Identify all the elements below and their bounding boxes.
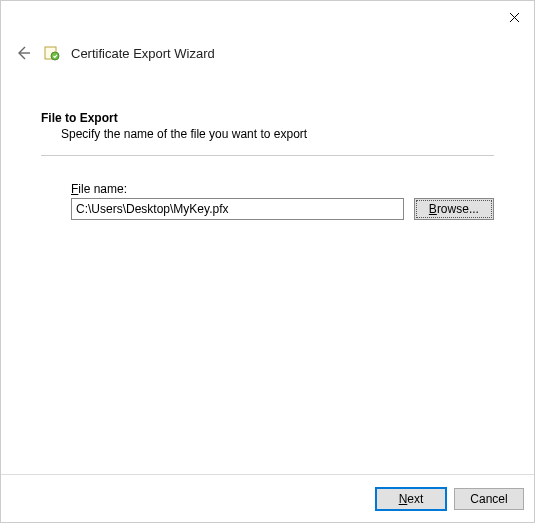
wizard-content: File to Export Specify the name of the f…: [1, 69, 534, 220]
divider: [41, 155, 494, 156]
close-icon: [509, 12, 520, 23]
wizard-header: Certificate Export Wizard: [1, 33, 534, 69]
page-subtitle: Specify the name of the file you want to…: [41, 127, 494, 141]
close-button[interactable]: [502, 5, 526, 29]
wizard-title: Certificate Export Wizard: [71, 46, 215, 61]
page-heading: File to Export: [41, 111, 494, 125]
file-field-block: File name: Browse...: [41, 182, 494, 220]
svg-point-4: [51, 52, 59, 60]
back-arrow-icon: [15, 45, 31, 61]
certificate-icon: [43, 44, 61, 62]
file-field-row: Browse...: [71, 198, 494, 220]
next-button[interactable]: Next: [376, 488, 446, 510]
titlebar: [1, 1, 534, 33]
back-button[interactable]: [13, 43, 33, 63]
browse-button[interactable]: Browse...: [414, 198, 494, 220]
cancel-button[interactable]: Cancel: [454, 488, 524, 510]
file-name-input[interactable]: [71, 198, 404, 220]
wizard-footer: Next Cancel: [1, 474, 534, 522]
file-name-label: File name:: [71, 182, 494, 196]
